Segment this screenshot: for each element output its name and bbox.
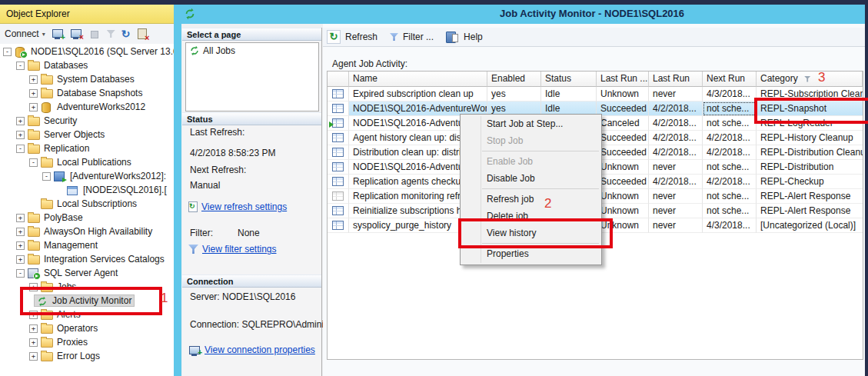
view-filter-settings-row: View filter settings (188, 244, 277, 255)
help-icon (446, 32, 456, 43)
tree-item-proxies[interactable]: + Proxies (0, 335, 174, 349)
tree-item-alwayson[interactable]: + AlwaysOn High Availability (0, 225, 174, 238)
expander-icon[interactable]: + (29, 75, 38, 84)
view-connection-properties-link[interactable]: View connection properties (205, 344, 315, 355)
job-icon (332, 104, 344, 113)
filter-label: Filter: (190, 228, 213, 238)
next-run-cell: not sche... (703, 189, 757, 204)
header-status[interactable]: Status (541, 72, 597, 87)
expander-icon[interactable]: + (16, 241, 25, 250)
tree-item-integration-services[interactable]: + Integration Services Catalogs (0, 252, 174, 266)
tree-item-subscription[interactable]: [NODE2\SQL2016].[ (0, 183, 174, 197)
refresh-settings-icon (188, 201, 198, 212)
header-category[interactable]: Category (757, 72, 863, 87)
folder-icon (28, 145, 40, 154)
expander-icon[interactable]: - (16, 62, 25, 70)
tree-item-error-logs[interactable]: + Error Logs (0, 349, 174, 363)
expander-icon[interactable]: + (29, 352, 38, 361)
expander-icon[interactable]: + (16, 131, 25, 139)
tree-item-local-publications[interactable]: - Local Publications (0, 155, 174, 169)
tree-item-sql-server-agent[interactable]: - SQL Server Agent (0, 266, 174, 280)
header-enabled[interactable]: Enabled (487, 72, 541, 87)
expander-icon[interactable]: - (29, 158, 38, 167)
connect-dropdown[interactable]: Connect (5, 28, 45, 39)
expander-icon[interactable]: + (29, 338, 38, 347)
refresh-button-label[interactable]: Refresh (345, 32, 377, 42)
enabled-cell: yes (487, 87, 541, 101)
expander-icon[interactable]: - (42, 172, 51, 181)
expander-icon[interactable]: - (16, 269, 25, 278)
view-refresh-settings-link[interactable]: View refresh settings (201, 201, 287, 212)
expander-icon[interactable]: - (16, 145, 25, 153)
header-next-run[interactable]: Next Run (703, 72, 757, 87)
connection-server-line: Server: NODE1\SQL2016 (190, 291, 295, 302)
window-right-edge (865, 0, 868, 376)
tree-item-database-snapshots[interactable]: + Database Snapshots (0, 86, 174, 100)
next-run-cell: not sche... (703, 160, 757, 175)
tree-item-local-subscriptions[interactable]: Local Subscriptions (0, 197, 174, 211)
refresh-icon[interactable]: ↻ (121, 28, 131, 39)
tree-item-server-objects[interactable]: + Server Objects (0, 128, 174, 141)
last-run-outcome-cell: Succeeded (597, 131, 649, 145)
subscription-icon (67, 186, 78, 195)
header-icon-cell (328, 72, 349, 87)
filter-button-label[interactable]: Filter ... (403, 32, 434, 42)
job-icon (332, 206, 344, 215)
folder-icon (28, 62, 40, 71)
annotation-box-3 (754, 98, 868, 124)
page-item-all-jobs[interactable]: All Jobs (186, 43, 318, 58)
object-explorer-tree: - NODE1\SQL2016 (SQL Server 13.0.1 - Dat… (0, 44, 174, 376)
tree-item-management[interactable]: + Management (0, 238, 174, 252)
category-cell: REPL-Alert Response (757, 189, 863, 204)
tree-item-adventureworks2012[interactable]: + AdventureWorks2012 (0, 100, 174, 114)
expander-icon[interactable]: + (16, 255, 25, 264)
header-last-run-outcome[interactable]: Last Run ... (597, 72, 649, 87)
expander-icon[interactable]: + (16, 214, 25, 222)
grid-caption: Agent Job Activity: (332, 58, 407, 69)
menu-item-start-job-at-step[interactable]: Start Job at Step... (461, 115, 601, 132)
expander-icon[interactable]: + (16, 117, 25, 125)
folder-icon (41, 75, 53, 85)
expander-icon[interactable]: + (29, 89, 38, 98)
object-explorer-title: Object Explorer (0, 5, 174, 24)
window-titlebar[interactable]: Job Activity Monitor - NODE1\SQL2016 (181, 5, 865, 24)
menu-item-disable-job[interactable]: Disable Job (461, 170, 601, 187)
category-filter-icon[interactable] (804, 76, 811, 82)
connect-server-icon[interactable]: + (52, 28, 64, 40)
header-name[interactable]: Name (349, 72, 487, 87)
help-button-label[interactable]: Help (464, 32, 483, 42)
next-run-cell-focused: not sche... (703, 101, 757, 116)
filter-icon (390, 33, 398, 41)
script-error-icon[interactable] (136, 28, 148, 40)
tree-item-polybase[interactable]: + PolyBase (0, 211, 174, 225)
tree-item-operators[interactable]: + Operators (0, 321, 174, 335)
expander-icon[interactable]: + (16, 228, 25, 236)
category-cell: REPL-History Cleanup (757, 131, 863, 145)
view-filter-settings-link[interactable]: View filter settings (202, 244, 277, 255)
annotation-number-2: 2 (544, 196, 551, 211)
publication-icon (54, 171, 65, 181)
tree-item-databases[interactable]: - Databases (0, 58, 174, 72)
folder-icon (28, 131, 40, 140)
header-last-run[interactable]: Last Run (649, 72, 703, 87)
job-name-cell: Expired subscription clean up (349, 87, 487, 101)
last-run-outcome-cell: Unknown (597, 87, 649, 101)
tree-item-security[interactable]: + Security (0, 114, 174, 128)
expander-icon[interactable]: + (29, 324, 38, 333)
refresh-button[interactable]: ↻ (327, 30, 341, 44)
tree-item-system-databases[interactable]: + System Databases (0, 72, 174, 86)
menu-item-refresh-job[interactable]: Refresh job (461, 191, 601, 208)
last-run-cell: never (649, 204, 703, 218)
disconnect-server-icon[interactable]: × (70, 28, 82, 40)
folder-icon (41, 352, 53, 361)
tree-item-replication[interactable]: - Replication (0, 141, 174, 155)
expander-icon[interactable]: + (29, 103, 38, 111)
job-icon (332, 162, 344, 171)
refresh-icon: ↻ (330, 32, 338, 42)
object-explorer-panel: Object Explorer Connect + × ↻ - NODE1\SQ… (0, 5, 175, 376)
tree-item-server[interactable]: - NODE1\SQL2016 (SQL Server 13.0.1 (0, 45, 174, 58)
expander-icon[interactable]: - (3, 48, 12, 56)
tree-item-publication[interactable]: - [AdventureWorks2012]: (0, 169, 174, 183)
object-explorer-toolbar: Connect + × ↻ (0, 24, 174, 45)
job-icon (332, 221, 344, 230)
